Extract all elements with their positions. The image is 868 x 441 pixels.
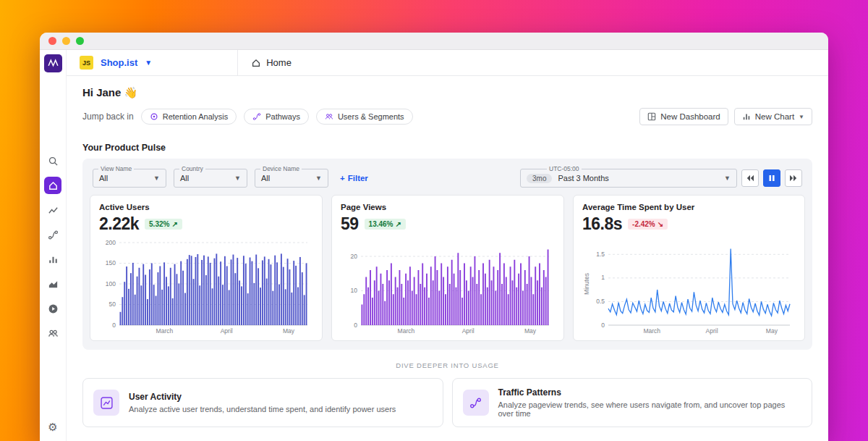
metric-title: Page Views (341, 203, 555, 211)
svg-text:10: 10 (351, 287, 358, 294)
chevron-down-icon: ▼ (717, 175, 731, 182)
delta-badge: 5.32% ↗ (145, 219, 182, 230)
maximize-window-button[interactable] (76, 37, 84, 45)
pause-button[interactable] (763, 169, 780, 187)
sidebar-item-home[interactable] (44, 177, 61, 194)
svg-text:March: March (398, 327, 415, 335)
svg-text:May: May (524, 327, 537, 335)
select-value: All (99, 174, 108, 182)
device-name-select[interactable]: Device Name All ▼ (255, 169, 328, 188)
workspace-logo[interactable] (44, 54, 62, 72)
metric-title: Average Time Spent by User (582, 203, 796, 211)
svg-text:April: April (706, 327, 718, 335)
product-pulse-panel: View Name All ▼ Country All ▼ Device Nam… (82, 159, 812, 350)
chevron-down-icon: ▼ (227, 175, 241, 182)
svg-text:150: 150 (106, 259, 116, 266)
svg-text:March: March (156, 327, 174, 335)
active-users-card: Active Users 2.22k 5.32% ↗ 050100150200M… (90, 195, 323, 341)
page-content: Hi Jane 👋 Jump back in Retention Analysi… (67, 76, 828, 441)
svg-text:1.5: 1.5 (596, 251, 605, 258)
sidebar-item-insights[interactable] (44, 275, 61, 293)
search-icon[interactable] (44, 152, 61, 169)
add-filter-button[interactable]: + Filter (340, 174, 368, 182)
page-greeting: Hi Jane 👋 (82, 86, 812, 99)
dive-deeper-divider: DIVE DEEPER INTO USAGE (82, 361, 812, 369)
delta-value: 5.32% (149, 220, 169, 228)
user-activity-icon (93, 390, 119, 416)
chip-label: Users & Segments (338, 112, 404, 121)
jump-back-label: Jump back in (82, 112, 134, 122)
project-switcher[interactable]: Shop.ist (101, 57, 137, 68)
deep-card-title: Traffic Patterns (498, 387, 802, 398)
plus-icon: + (340, 174, 345, 182)
pathways-icon (252, 112, 261, 121)
svg-text:50: 50 (109, 301, 116, 308)
skip-back-icon (746, 175, 754, 182)
new-dashboard-label: New Dashboard (660, 112, 720, 121)
metric-value: 59 (341, 214, 359, 234)
trend-down-icon: ↘ (658, 220, 663, 228)
settings-gear-icon[interactable]: ⚙ (48, 421, 57, 434)
range-duration-badge: 3mo (527, 174, 552, 183)
metric-title: Active Users (99, 203, 313, 211)
svg-text:0: 0 (354, 322, 357, 329)
traffic-patterns-icon (463, 390, 489, 416)
minimize-window-button[interactable] (62, 37, 70, 45)
user-activity-card[interactable]: User Activity Analyze active user trends… (82, 378, 443, 427)
sidebar-item-pathways[interactable] (44, 226, 61, 243)
time-range-value: Past 3 Months (558, 174, 608, 182)
trend-up-icon: ↗ (396, 220, 401, 228)
chip-users-segments[interactable]: Users & Segments (316, 109, 413, 125)
breadcrumb-home[interactable]: Home (251, 57, 292, 68)
sidebar-item-dashboards[interactable] (44, 251, 61, 268)
add-filter-label: Filter (348, 174, 368, 182)
new-chart-label: New Chart (755, 112, 794, 121)
chip-retention-analysis[interactable]: Retention Analysis (141, 109, 237, 125)
chevron-down-icon: ▼ (146, 175, 160, 182)
sidebar: ⚙ (40, 50, 67, 441)
active-users-chart: 050100150200MarchAprilMay (99, 237, 313, 336)
svg-text:0.5: 0.5 (596, 298, 605, 305)
deep-card-description: Analyze pageview trends, see where users… (498, 400, 802, 418)
skip-forward-button[interactable] (785, 169, 802, 187)
pause-icon (768, 175, 775, 182)
close-window-button[interactable] (48, 37, 56, 45)
metric-value: 2.22k (99, 214, 139, 234)
svg-text:1: 1 (601, 274, 605, 281)
traffic-patterns-card[interactable]: Traffic Patterns Analyze pageview trends… (452, 378, 813, 427)
time-range-select[interactable]: UTC-05:00 3mo Past 3 Months ▼ (520, 169, 737, 188)
svg-text:April: April (221, 327, 233, 335)
deep-card-description: Analyze active user trends, understand t… (129, 405, 396, 413)
skip-forward-icon (789, 175, 798, 182)
svg-text:0: 0 (112, 322, 116, 329)
sidebar-item-charts[interactable] (44, 201, 61, 219)
sidebar-item-replays[interactable] (44, 300, 61, 317)
delta-value: -2.42% (632, 220, 655, 228)
svg-text:20: 20 (351, 253, 358, 260)
section-title: Your Product Pulse (82, 143, 812, 153)
select-value: All (261, 174, 270, 182)
skip-back-button[interactable] (741, 169, 759, 187)
chevron-down-icon: ▼ (308, 175, 322, 182)
app-window: ⚙ JS Shop.ist ▼ Home Hi Jane 👋 Jump back… (40, 33, 828, 441)
svg-text:April: April (462, 327, 475, 335)
chip-pathways[interactable]: Pathways (244, 109, 309, 125)
view-name-select[interactable]: View Name All ▼ (93, 169, 166, 188)
country-select[interactable]: Country All ▼ (174, 169, 247, 188)
delta-value: 13.46% (369, 220, 393, 228)
new-dashboard-button[interactable]: New Dashboard (639, 108, 728, 125)
chart-icon (742, 112, 751, 121)
svg-text:May: May (283, 327, 295, 335)
svg-text:200: 200 (106, 239, 116, 246)
chevron-down-icon: ▼ (799, 114, 804, 120)
select-label: View Name (98, 165, 134, 172)
new-chart-button[interactable]: New Chart ▼ (734, 108, 812, 125)
svg-text:Minutes: Minutes (583, 273, 590, 295)
svg-text:0: 0 (601, 322, 605, 329)
chevron-down-icon[interactable]: ▼ (145, 59, 152, 67)
window-titlebar (40, 33, 828, 50)
svg-text:May: May (766, 327, 778, 335)
dashboard-icon (647, 112, 656, 121)
sidebar-item-cohorts[interactable] (44, 324, 61, 342)
retention-icon (150, 112, 158, 121)
